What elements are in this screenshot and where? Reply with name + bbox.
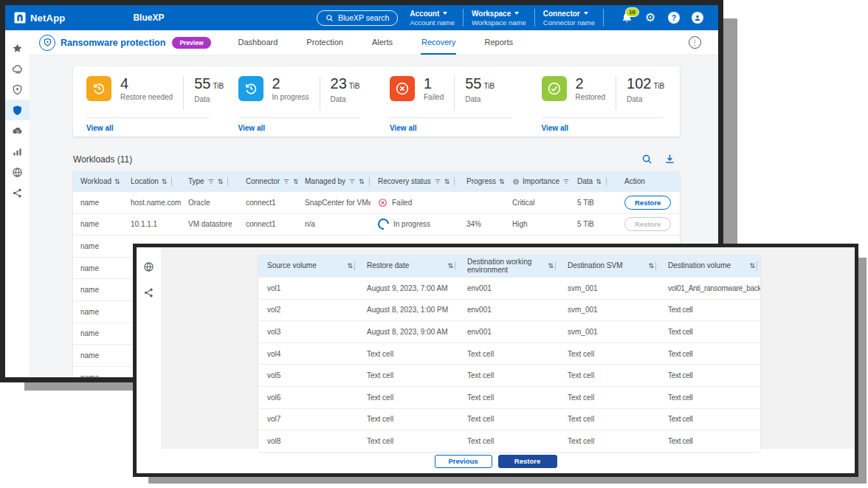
sidebar-item-globe[interactable] xyxy=(5,162,30,182)
header-divider xyxy=(655,261,656,270)
column-header-source-volume[interactable]: Source volume⇅ xyxy=(258,255,358,277)
stat-size-unit: TiB xyxy=(349,82,360,90)
source-volume-cell: vol6 xyxy=(258,387,358,408)
menu-workspace[interactable]: WorkspaceWorkspace name xyxy=(472,10,526,27)
table-row: vol3August 8, 2023, 9:00 AMenv001svm_001… xyxy=(258,320,760,343)
search-label: BlueXP search xyxy=(338,13,389,22)
sidebar-item-clouds[interactable] xyxy=(5,58,30,79)
user-menu-button[interactable] xyxy=(691,11,704,24)
column-header-location[interactable]: Location⇅ xyxy=(123,171,181,191)
column-label: Importance xyxy=(523,177,559,185)
funnel-icon[interactable] xyxy=(348,178,356,185)
tab-dashboard[interactable]: Dashboard xyxy=(238,30,279,55)
column-header-workload[interactable]: Workload⇅ xyxy=(73,171,123,191)
column-header-connector[interactable]: Connector⇅ xyxy=(238,171,297,191)
clouds-icon xyxy=(12,63,23,75)
sort-icon[interactable]: ⇅ xyxy=(114,178,120,185)
destination-working-environment-cell: Text cell xyxy=(458,430,559,452)
sort-icon[interactable]: ⇅ xyxy=(162,178,168,185)
column-header-importance[interactable]: Importance⇅ xyxy=(505,171,570,191)
sort-icon[interactable]: ⇅ xyxy=(447,262,453,269)
stat-size-block: 55TiBData xyxy=(465,76,495,103)
column-label: Connector xyxy=(246,177,280,185)
notifications-button[interactable]: 10 xyxy=(620,11,633,24)
stat-size-label: Data xyxy=(627,95,664,103)
funnel-icon[interactable] xyxy=(207,178,215,185)
column-header-managed-by[interactable]: Managed by⇅ xyxy=(297,171,371,191)
view-all-link[interactable]: View all xyxy=(238,124,365,132)
column-header-restore-date[interactable]: Restore date⇅ xyxy=(358,255,458,277)
restore-clock-icon xyxy=(92,81,106,96)
sort-icon[interactable]: ⇅ xyxy=(499,178,505,185)
tab-recovery[interactable]: Recovery xyxy=(421,30,456,55)
stat-size-label: Data xyxy=(331,95,360,103)
view-all-link[interactable]: View all xyxy=(542,124,669,132)
sort-icon[interactable]: ⇅ xyxy=(444,178,450,185)
column-header-destination-volume[interactable]: Destination volume⇅ xyxy=(659,255,760,277)
view-all-link[interactable]: View all xyxy=(86,124,213,132)
sort-icon[interactable]: ⇅ xyxy=(218,178,224,185)
funnel-icon[interactable] xyxy=(562,178,570,185)
menu-connector[interactable]: ConnectorConnector name xyxy=(543,10,595,27)
settings-button[interactable]: ⚙ xyxy=(644,11,657,24)
column-label: Recovery status xyxy=(378,177,431,185)
sidebar-item-star[interactable] xyxy=(5,38,30,58)
source-volume-cell: vol1 xyxy=(258,278,358,299)
funnel-icon[interactable] xyxy=(283,178,290,185)
bar-chart-icon xyxy=(12,146,23,157)
view-all-link[interactable]: View all xyxy=(390,124,517,132)
column-header-type[interactable]: Type⇅ xyxy=(181,171,238,191)
help-button[interactable]: ? xyxy=(667,11,681,24)
workload-cell: name xyxy=(73,345,123,366)
table-row: vol2August 8, 2023, 1:00 PMenv001svm_001… xyxy=(258,299,760,321)
sort-icon[interactable]: ⇅ xyxy=(648,262,654,269)
column-label: Location xyxy=(131,177,159,185)
menu-account[interactable]: AccountAccount name xyxy=(410,10,455,27)
sidebar-item-cloud-sync[interactable] xyxy=(5,120,30,141)
sidebar-item-share[interactable] xyxy=(5,182,30,203)
column-header-destination-working-environment[interactable]: Destination working environment⇅ xyxy=(458,255,559,277)
funnel-icon[interactable] xyxy=(434,178,441,185)
destination-volume-cell: Text cell xyxy=(659,343,760,365)
column-header-recovery-status[interactable]: Recovery status⇅ xyxy=(371,171,459,191)
page-info-icon[interactable]: ⋮ xyxy=(689,36,701,49)
sort-icon[interactable]: ⇅ xyxy=(548,262,554,269)
previous-button[interactable]: Previous xyxy=(435,455,492,468)
stat-size-label: Data xyxy=(194,95,224,103)
restore-button[interactable]: Restore xyxy=(498,455,557,468)
sidebar-item-bar-chart[interactable] xyxy=(5,141,30,162)
sort-icon[interactable]: ⇅ xyxy=(359,178,365,185)
table-row: namehost.name.comOracleconnect1SnapCente… xyxy=(73,191,680,213)
stat-in-progress: 2In progress23TiBDataView all xyxy=(225,66,377,137)
column-label: Action xyxy=(624,177,645,185)
table-search-icon[interactable] xyxy=(641,154,652,165)
sidebar-item-globe[interactable] xyxy=(137,259,161,274)
recovery-stats-card: 4Restore needed55TiBDataView all2In prog… xyxy=(73,66,680,137)
menu-label: Account xyxy=(410,10,455,18)
tab-alerts[interactable]: Alerts xyxy=(371,30,393,55)
column-header-destination-svm[interactable]: Destination SVM⇅ xyxy=(559,255,659,277)
table-row: vol5Text cellText cellText cellText cell xyxy=(258,364,760,386)
restore-date-cell: August 8, 2023, 1:00 PM xyxy=(358,300,458,321)
sidebar-item-shield[interactable] xyxy=(5,100,30,120)
sidebar-item-health-shield[interactable] xyxy=(5,79,30,100)
workload-cell: name xyxy=(73,214,123,236)
download-icon[interactable] xyxy=(664,154,675,165)
sort-icon[interactable]: ⇅ xyxy=(596,178,602,185)
stat-label: In progress xyxy=(272,93,309,101)
bluexp-search[interactable]: BlueXP search xyxy=(317,10,398,26)
column-label: Source volume xyxy=(267,261,347,270)
sort-icon[interactable]: ⇅ xyxy=(347,262,353,269)
column-header-data[interactable]: Data⇅ xyxy=(570,171,617,191)
row-restore-button[interactable]: Restore xyxy=(624,196,671,210)
tab-reports[interactable]: Reports xyxy=(483,30,514,55)
sort-icon[interactable]: ⇅ xyxy=(749,262,755,269)
column-header-progress[interactable]: Progress⇅ xyxy=(459,171,505,191)
sidebar-item-share[interactable] xyxy=(137,285,161,300)
stat-count-block: 2In progress xyxy=(272,76,309,101)
restore-date-cell: Text cell xyxy=(358,365,458,386)
topbar-icons: 10 ⚙ ? xyxy=(615,11,709,24)
source-volume-cell: vol3 xyxy=(258,321,358,343)
tab-protection[interactable]: Protection xyxy=(306,30,344,55)
location-cell: host.name.com xyxy=(123,192,181,213)
